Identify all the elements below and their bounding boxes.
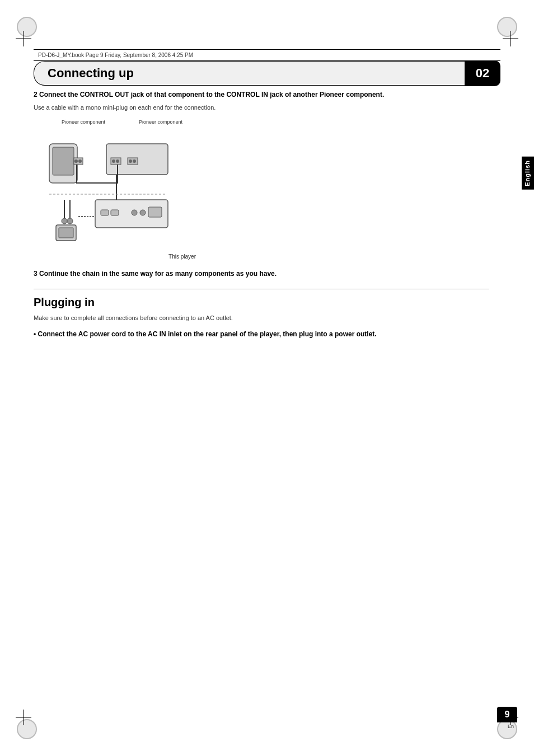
svg-point-24 xyxy=(140,210,146,215)
section-divider xyxy=(34,289,489,289)
svg-rect-22 xyxy=(111,210,119,215)
svg-point-11 xyxy=(74,159,78,163)
svg-point-16 xyxy=(116,159,119,163)
step2-body: Use a cable with a mono mini-plug on eac… xyxy=(34,103,489,112)
main-content: 2 Connect the CONTROL OUT jack of that c… xyxy=(34,90,489,700)
svg-rect-25 xyxy=(148,207,162,217)
svg-point-28 xyxy=(62,218,67,224)
this-player-label: This player xyxy=(45,253,202,260)
chapter-title: Connecting up xyxy=(48,66,134,81)
plugging-in-section: Plugging in Make sure to complete all co… xyxy=(34,296,489,340)
page-en-label: En xyxy=(508,724,514,729)
svg-point-15 xyxy=(112,159,115,163)
page-number: 9 xyxy=(505,710,510,720)
step2-section: 2 Connect the CONTROL OUT jack of that c… xyxy=(34,90,489,260)
step2-heading: 2 Connect the CONTROL OUT jack of that c… xyxy=(34,90,489,100)
plugging-in-bullet: • Connect the AC power cord to the AC IN… xyxy=(34,329,489,339)
diagram-container: Pioneer component Pioneer component xyxy=(45,119,202,260)
page-number-box: 9 xyxy=(497,707,517,722)
chapter-header: Connecting up 02 xyxy=(34,60,500,86)
diagram-label-right: Pioneer component xyxy=(139,119,182,125)
svg-point-29 xyxy=(67,218,73,224)
chapter-number: 02 xyxy=(476,66,489,81)
plugging-in-intro: Make sure to complete all connections be… xyxy=(34,313,489,323)
svg-point-23 xyxy=(132,210,137,215)
step3-heading: 3 Continue the chain in the same way for… xyxy=(34,269,489,279)
reg-mark-tl xyxy=(16,31,31,46)
connection-diagram xyxy=(45,127,179,250)
chapter-title-box: Connecting up xyxy=(34,61,465,86)
step3-section: 3 Continue the chain in the same way for… xyxy=(34,269,489,279)
file-info-bar: PD-D6-J_MY.book Page 9 Friday, September… xyxy=(34,49,500,61)
plugging-in-title: Plugging in xyxy=(34,296,489,309)
diagram-label-left: Pioneer component xyxy=(62,119,105,125)
svg-point-12 xyxy=(78,159,82,163)
svg-point-19 xyxy=(133,159,136,163)
language-tab: English xyxy=(522,157,534,190)
reg-mark-tr xyxy=(503,31,518,46)
diagram-label-row: Pioneer component Pioneer component xyxy=(45,119,202,125)
reg-mark-bl xyxy=(16,710,31,725)
svg-rect-31 xyxy=(59,228,73,238)
svg-rect-21 xyxy=(101,210,109,215)
file-info-text: PD-D6-J_MY.book Page 9 Friday, September… xyxy=(38,52,193,58)
chapter-number-box: 02 xyxy=(465,60,500,86)
svg-point-18 xyxy=(129,159,132,163)
svg-rect-9 xyxy=(53,147,74,175)
